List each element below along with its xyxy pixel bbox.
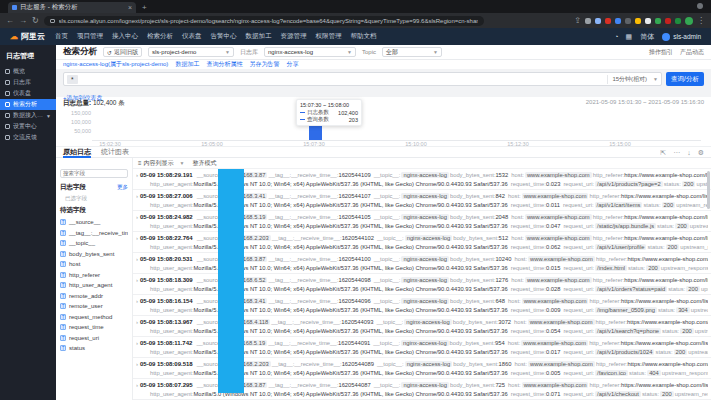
ellipsis-icon[interactable]: ⋯: [673, 148, 680, 157]
top-nav-item[interactable]: 帮助文档: [351, 32, 377, 41]
logstore-action-link[interactable]: 查询分析属性: [206, 60, 242, 69]
expand-icon[interactable]: ›: [136, 319, 138, 325]
sidebar-item-交流反馈[interactable]: 交流反馈: [0, 132, 56, 143]
field-item[interactable]: Tstatus: [60, 343, 128, 354]
tab-close-icon[interactable]: ×: [128, 4, 132, 11]
expand-icon[interactable]: ›: [136, 277, 138, 283]
brand-name: 阿里云: [21, 31, 45, 42]
expand-icon[interactable]: ›: [136, 214, 138, 220]
back-to-old-chip[interactable]: ↺返回旧版: [103, 47, 142, 57]
header-right-link[interactable]: 操作指引: [649, 48, 673, 57]
extension-icon[interactable]: [635, 18, 641, 24]
new-tab-icon[interactable]: +: [142, 2, 147, 13]
top-nav-item[interactable]: 数据加工: [246, 32, 272, 41]
url-field[interactable]: sls.console.aliyun.com/lognext/project/s…: [44, 16, 484, 26]
logstore-select[interactable]: nginx-access-log▼: [264, 47, 356, 57]
browser-tab[interactable]: 日志服务 - 检索分析 ×: [8, 2, 136, 13]
search-button[interactable]: 查询/分析: [666, 72, 704, 86]
sidebar-item-概览[interactable]: 概览: [0, 66, 56, 77]
expand-icon[interactable]: ›: [136, 340, 138, 346]
field-item[interactable]: Thost: [60, 259, 128, 270]
topic-select[interactable]: 全部▼: [382, 47, 442, 57]
sidebar-item-数据接入管理[interactable]: 数据接入管理▼: [0, 110, 56, 121]
logstore-action-link[interactable]: 数据加工: [175, 60, 199, 69]
field-item[interactable]: Trequest_time: [60, 322, 128, 333]
window-button-icon[interactable]: [697, 3, 703, 9]
bell-icon[interactable]: ◔: [614, 33, 618, 41]
vertical-scrollbar[interactable]: [707, 171, 710, 209]
field-item[interactable]: Tremote_user: [60, 301, 128, 312]
expand-icon[interactable]: ›: [136, 361, 138, 367]
browser-profile-avatar[interactable]: [685, 17, 693, 25]
log-value: 0.023: [546, 181, 561, 187]
expand-icon[interactable]: ›: [136, 298, 138, 304]
column-display-control[interactable]: ≡内容列显示▼: [138, 159, 184, 168]
extension-icon[interactable]: [615, 18, 621, 24]
browser-menu-icon[interactable]: ⋮: [697, 13, 705, 28]
expand-icon[interactable]: ⇱: [660, 148, 666, 157]
gear-icon[interactable]: ⚙: [698, 148, 704, 157]
field-item[interactable]: Thttp_user_agent: [60, 280, 128, 291]
header-right-link[interactable]: 产品动态: [680, 48, 704, 57]
top-nav-item[interactable]: 权限管理: [316, 32, 342, 41]
top-nav-item[interactable]: 资源管理: [281, 32, 307, 41]
top-nav-item[interactable]: 仪表盘: [182, 32, 202, 41]
field-item[interactable]: T__source__: [60, 217, 128, 228]
extension-icon[interactable]: [625, 18, 631, 24]
field-item[interactable]: Tbody_bytes_sent: [60, 249, 128, 260]
expand-icon[interactable]: ›: [136, 382, 138, 388]
wrap-mode-control[interactable]: 整齐模式: [192, 159, 216, 168]
tab-统计图表[interactable]: 统计图表: [101, 147, 129, 158]
field-item[interactable]: Trequest_method: [60, 312, 128, 323]
top-nav-item[interactable]: 项目管理: [77, 32, 103, 41]
tab-原始日志[interactable]: 原始日志: [63, 147, 91, 158]
sidebar-item-日志库[interactable]: 日志库: [0, 77, 56, 88]
time-range-select[interactable]: 15分钟(相对)▼: [607, 75, 658, 84]
log-list-controls: ≡内容列显示▼ 整齐模式: [133, 158, 711, 169]
top-nav-item[interactable]: 告警中心: [211, 32, 237, 41]
extension-icon[interactable]: [595, 18, 601, 24]
top-nav-item[interactable]: 接入中心: [112, 32, 138, 41]
top-nav-item[interactable]: 首页: [55, 32, 68, 41]
extension-icon[interactable]: [675, 18, 681, 24]
expand-icon[interactable]: ›: [136, 235, 138, 241]
extension-icon[interactable]: [665, 18, 671, 24]
field-item[interactable]: Trequest_uri: [60, 333, 128, 344]
extension-icon[interactable]: [645, 18, 651, 24]
logstore-action-link[interactable]: 分享: [286, 60, 298, 69]
brand-logo[interactable]: ☁ 阿里云: [10, 31, 45, 42]
field-item[interactable]: Thttp_referer: [60, 270, 128, 281]
grid-icon[interactable]: ▦: [626, 33, 633, 41]
log-key: request_time:: [511, 223, 546, 229]
expand-icon[interactable]: ›: [136, 172, 138, 178]
forward-icon[interactable]: →: [19, 13, 27, 28]
sidebar-item-设置中心[interactable]: 设置中心: [0, 121, 56, 132]
extension-icon[interactable]: [605, 18, 611, 24]
field-item[interactable]: T__topic__: [60, 238, 128, 249]
top-nav-item[interactable]: 检索分析: [147, 32, 173, 41]
download-icon[interactable]: ↓: [687, 148, 691, 157]
field-item[interactable]: Tremote_addr: [60, 291, 128, 302]
expand-icon[interactable]: ›: [136, 256, 138, 262]
reload-icon[interactable]: ↻: [32, 13, 39, 28]
sidebar-item-仪表盘[interactable]: 仪表盘: [0, 88, 56, 99]
expand-icon[interactable]: ›: [136, 193, 138, 199]
logstore-link[interactable]: nginx-access-log(属于sls-project-demo): [63, 60, 168, 69]
log-key: request_time:: [511, 328, 546, 334]
quick-more-link[interactable]: 更多: [117, 184, 128, 191]
logstore-action-link[interactable]: 另存为告警: [249, 60, 279, 69]
log-key: http_referer:: [589, 298, 621, 304]
share-icon[interactable]: ⇪: [574, 13, 581, 28]
log-value: 10240: [495, 256, 511, 262]
field-search-input[interactable]: [60, 169, 128, 178]
project-select[interactable]: sls-project-demo▼: [148, 47, 234, 57]
extension-icon[interactable]: [655, 18, 661, 24]
field-item[interactable]: T__tag__:__receive_time__: [60, 228, 128, 239]
locale-switch[interactable]: 简体: [640, 32, 654, 42]
back-icon[interactable]: ←: [6, 13, 14, 28]
extension-icon[interactable]: [585, 18, 591, 24]
query-input[interactable]: * 15分钟(相对)▼: [63, 72, 662, 86]
user-menu[interactable]: sls-admin: [662, 33, 701, 41]
sidebar-item-检索分析[interactable]: 检索分析: [0, 99, 56, 110]
chevron-down-icon: ▼: [653, 76, 658, 82]
